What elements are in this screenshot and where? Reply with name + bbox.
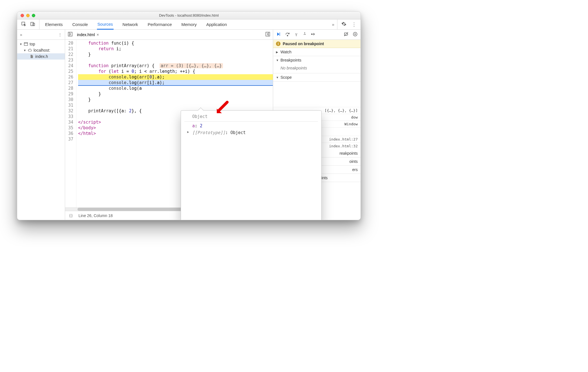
svg-point-15: [353, 32, 357, 36]
cloud-icon: [28, 48, 32, 52]
popover-type: Object: [184, 113, 318, 122]
tab-console[interactable]: Console: [72, 20, 89, 29]
tab-network[interactable]: Network: [122, 20, 139, 29]
line-number[interactable]: 30: [67, 97, 73, 102]
tab-performance[interactable]: Performance: [147, 20, 173, 29]
paused-banner-label: Paused on breakpoint: [283, 41, 324, 46]
popover-property-row[interactable]: a: 2: [184, 122, 318, 128]
info-icon: i: [276, 41, 280, 46]
settings-icon[interactable]: [341, 21, 346, 27]
scope-arr-summary: [{…}, {…}, {…}]: [325, 108, 358, 113]
code-line[interactable]: console.log(arr[i].a);: [78, 80, 273, 86]
svg-rect-7: [266, 32, 270, 36]
svg-point-10: [287, 35, 288, 36]
toggle-navigator-icon[interactable]: [68, 32, 72, 38]
tree-label-origin: localhost:: [34, 48, 50, 52]
cursor-position: Line 26, Column 18: [78, 213, 112, 218]
callstack-loc: index.html:27: [329, 137, 358, 141]
code-line[interactable]: }: [78, 91, 273, 97]
code-line[interactable]: function func(i) {: [78, 40, 273, 46]
breakpoints-empty: No breakpoints: [273, 64, 361, 73]
code-line[interactable]: [78, 57, 273, 63]
step-into-icon[interactable]: [294, 32, 299, 38]
tree-label-top: top: [30, 42, 35, 46]
tab-application[interactable]: Application: [206, 20, 227, 29]
window-title: DevTools - localhost:8080/index.html: [17, 13, 361, 17]
inline-value-hint: arr = (3) [{…}, {…}, {…}: [160, 63, 223, 68]
close-tab-icon[interactable]: ×: [97, 32, 99, 37]
more-navigator-icon[interactable]: »: [20, 32, 22, 37]
watch-section[interactable]: ▶Watch: [273, 48, 361, 56]
line-number[interactable]: 35: [67, 125, 73, 131]
breakpoints-label: Breakpoints: [280, 58, 301, 62]
popover-prototype-row[interactable]: ▶ [[Prototype]]: Object: [184, 128, 318, 135]
code-line[interactable]: [78, 102, 273, 108]
breakpoints-section[interactable]: ▼Breakpoints No breakpoints: [273, 56, 361, 73]
titlebar: DevTools - localhost:8080/index.html: [17, 12, 361, 19]
line-number[interactable]: 32: [67, 108, 73, 114]
line-number[interactable]: 34: [67, 119, 73, 125]
svg-rect-9: [280, 32, 280, 36]
line-number[interactable]: 36: [67, 131, 73, 136]
window-frame-icon: [24, 42, 28, 46]
deactivate-breakpoints-icon[interactable]: [344, 32, 349, 38]
code-line[interactable]: console.log(a: [78, 86, 273, 91]
popover-proto-value: Object: [230, 130, 246, 135]
svg-rect-16: [355, 33, 355, 35]
line-number[interactable]: 21: [67, 46, 73, 52]
scope-section[interactable]: ▼Scope: [273, 73, 361, 82]
toggle-debugger-icon[interactable]: [266, 32, 270, 38]
line-number[interactable]: 23: [67, 57, 73, 63]
svg-point-11: [296, 35, 297, 36]
pause-exceptions-icon[interactable]: [353, 32, 358, 38]
svg-point-13: [311, 34, 312, 35]
pretty-print-icon[interactable]: {}: [69, 213, 73, 218]
more-tabs-icon[interactable]: »: [329, 22, 337, 27]
line-number[interactable]: 27: [67, 80, 73, 86]
kebab-menu-icon[interactable]: ⋮: [352, 21, 357, 28]
line-number[interactable]: 26: [67, 74, 73, 80]
file-tree: ▼ top ▼ localhost:: [17, 40, 65, 61]
scope-global: Window: [344, 122, 358, 126]
inspect-element-icon[interactable]: [21, 21, 26, 27]
step-over-icon[interactable]: [285, 32, 290, 38]
line-number[interactable]: 24: [67, 63, 73, 69]
tree-row-origin[interactable]: ▼ localhost:: [17, 47, 65, 53]
line-number[interactable]: 25: [67, 69, 73, 74]
svg-rect-3: [24, 43, 28, 46]
line-number[interactable]: 31: [67, 102, 73, 108]
devtools-window: DevTools - localhost:8080/index.html Ele…: [17, 11, 361, 220]
line-number[interactable]: 29: [67, 91, 73, 97]
step-out-icon[interactable]: [302, 32, 307, 38]
tab-memory[interactable]: Memory: [181, 20, 197, 29]
device-toolbar-icon[interactable]: [30, 21, 35, 27]
step-icon[interactable]: [311, 32, 316, 38]
file-icon: [30, 54, 34, 58]
tab-elements[interactable]: Elements: [45, 20, 63, 29]
file-tab-index[interactable]: index.html ×: [75, 31, 101, 38]
line-gutter: 202122232425262728293031323334353637: [65, 40, 76, 207]
callstack-loc: index.html:32: [329, 144, 358, 148]
resume-icon[interactable]: [276, 32, 281, 38]
tab-sources[interactable]: Sources: [97, 19, 114, 30]
line-number[interactable]: 28: [67, 86, 73, 91]
code-line[interactable]: function printArray(arr) { arr = (3) [{……: [78, 63, 273, 69]
main-tabbar: ElementsConsoleSourcesNetworkPerformance…: [17, 19, 361, 30]
line-number[interactable]: 33: [67, 114, 73, 119]
code-line[interactable]: console.log(arr[0].a);: [78, 74, 273, 80]
tree-row-top[interactable]: ▼ top: [17, 41, 65, 47]
popover-prop-key: a: [192, 123, 195, 128]
code-line[interactable]: for (let i = 0; i < arr.length; ++i) {: [78, 69, 273, 74]
tree-label-file: index.h: [35, 54, 48, 59]
code-line[interactable]: }: [78, 52, 273, 57]
code-line[interactable]: return i;: [78, 46, 273, 52]
code-line[interactable]: }: [78, 97, 273, 102]
tree-row-file[interactable]: index.h: [17, 53, 65, 60]
line-number[interactable]: 20: [67, 40, 73, 46]
navigator-menu-icon[interactable]: ⋮: [58, 32, 62, 37]
svg-point-12: [304, 32, 305, 33]
watch-label: Watch: [280, 50, 291, 54]
line-number[interactable]: 22: [67, 52, 73, 57]
popover-prop-value: 2: [200, 123, 202, 128]
line-number[interactable]: 37: [67, 136, 73, 142]
